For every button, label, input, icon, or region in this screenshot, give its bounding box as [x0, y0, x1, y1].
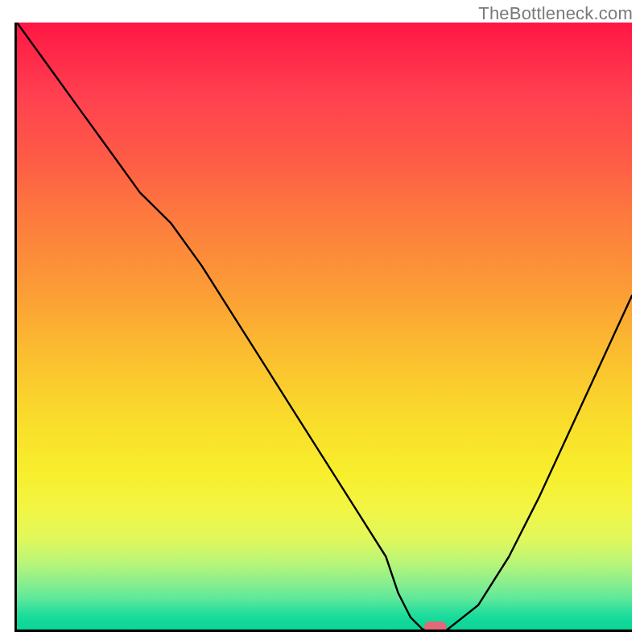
watermark-text: TheBottleneck.com	[478, 3, 633, 24]
bottleneck-curve	[17, 23, 632, 630]
plot-area	[14, 23, 632, 632]
optimal-marker	[424, 621, 447, 632]
chart-frame: TheBottleneck.com	[0, 0, 644, 644]
